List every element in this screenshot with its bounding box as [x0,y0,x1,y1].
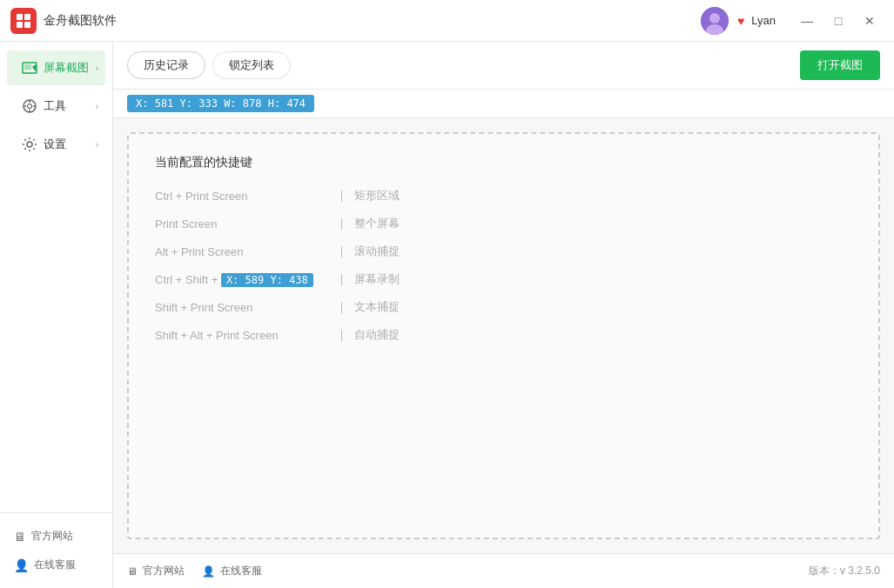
shortcut-highlight: X: 589 Y: 438 [221,273,313,287]
svg-rect-2 [17,22,23,28]
svg-point-10 [28,104,32,109]
footer-monitor-icon: 🖥 [127,565,138,578]
shortcut-sep-2: ｜ [336,244,347,259]
shortcut-item-5: Shift + Alt + Print Screen ｜ 自动捕捉 [155,327,852,343]
sidebar-item-settings[interactable]: 设置 › [7,127,105,162]
shortcut-desc-0: 矩形区域 [354,188,400,204]
shortcut-sep-3: ｜ [336,271,347,287]
official-site-label: 官方网站 [31,529,73,544]
shortcut-panel: 当前配置的快捷键 Ctrl + Print Screen ｜ 矩形区域 Prin… [127,132,880,539]
footer: 🖥 官方网站 👤 在线客服 版本：v 3.2.5.0 [113,553,894,588]
minimize-button[interactable]: — [793,7,821,35]
shortcut-desc-5: 自动捕捉 [354,327,400,343]
shortcut-item-3: Ctrl + Shift + X: 589 Y: 438 ｜ 屏幕录制 [155,271,852,287]
shortcut-sep-4: ｜ [336,299,347,315]
content-area: 历史记录 锁定列表 打开截图 X: 581 Y: 333 W: 878 H: 4… [113,42,894,588]
sidebar: 屏幕截图 › 工具 › [0,42,113,588]
maximize-button[interactable]: □ [824,7,852,35]
svg-rect-8 [24,64,31,70]
shortcut-item-2: Alt + Print Screen ｜ 滚动捕捉 [155,244,852,259]
shortcut-key-3: Ctrl + Shift + X: 589 Y: 438 [155,273,329,286]
shortcut-desc-4: 文本捕捉 [354,299,400,315]
svg-point-5 [709,13,720,23]
close-button[interactable]: ✕ [856,7,884,35]
pinned-button[interactable]: 锁定列表 [212,51,291,79]
shortcut-key-4: Shift + Print Screen [155,301,329,314]
history-button[interactable]: 历史记录 [127,51,205,79]
shortcut-desc-2: 滚动捕捉 [354,244,400,259]
shortcut-key-0: Ctrl + Print Screen [155,190,329,203]
shortcut-item-4: Shift + Print Screen ｜ 文本捕捉 [155,299,852,315]
shortcut-sep-1: ｜ [336,216,347,231]
heart-icon: ♥ [737,14,744,28]
official-site-link[interactable]: 🖥 官方网站 [0,522,112,551]
sidebar-tools-arrow: › [96,102,98,111]
sidebar-settings-label: 设置 [44,137,66,152]
coords-bar: X: 581 Y: 333 W: 878 H: 474 [113,90,894,118]
shortcut-title: 当前配置的快捷键 [155,155,852,170]
shortcut-sep-0: ｜ [336,188,347,204]
toolbar: 历史记录 锁定列表 打开截图 [113,42,894,90]
footer-official-label: 官方网站 [143,564,185,578]
monitor-icon: 🖥 [14,530,26,544]
footer-support-link[interactable]: 👤 在线客服 [202,564,262,578]
open-screenshot-button[interactable]: 打开截图 [800,50,880,80]
app-logo [10,8,37,34]
sidebar-screenshot-arrow: › [96,63,98,73]
svg-rect-3 [24,22,30,28]
support-icon: 👤 [14,558,29,572]
sidebar-item-tools[interactable]: 工具 › [7,89,105,124]
settings-icon [21,136,38,153]
titlebar: 金舟截图软件 ♥ Lyan — □ ✕ [0,0,894,42]
app-title: 金舟截图软件 [44,13,117,29]
shortcut-desc-3: 屏幕录制 [354,271,400,287]
shortcut-sep-5: ｜ [336,327,347,343]
window-controls: — □ ✕ [793,7,884,35]
svg-point-15 [27,142,32,147]
main-layout: 屏幕截图 › 工具 › [0,42,894,588]
shortcut-key-1: Print Screen [155,217,329,231]
online-support-label: 在线客服 [34,558,76,572]
tools-icon [21,97,38,115]
svg-rect-0 [17,14,23,20]
sidebar-tools-label: 工具 [44,98,66,114]
sidebar-footer: 🖥 官方网站 👤 在线客服 [0,512,112,588]
footer-support-icon: 👤 [202,565,215,578]
sidebar-item-screenshot[interactable]: 屏幕截图 › [7,50,105,85]
shortcut-item-1: Print Screen ｜ 整个屏幕 [155,216,852,231]
sidebar-screenshot-label: 屏幕截图 [44,60,89,76]
shortcut-item-0: Ctrl + Print Screen ｜ 矩形区域 [155,188,852,204]
shortcut-key-5: Shift + Alt + Print Screen [155,329,329,342]
screenshot-icon [21,59,38,77]
version-label: 版本：v 3.2.5.0 [809,564,880,578]
username: Lyan [751,14,776,27]
coords-badge: X: 581 Y: 333 W: 878 H: 474 [127,95,314,112]
avatar [701,7,729,35]
shortcut-key-2: Alt + Print Screen [155,245,329,258]
online-support-link[interactable]: 👤 在线客服 [0,551,112,579]
footer-official-link[interactable]: 🖥 官方网站 [127,564,185,578]
shortcut-desc-1: 整个屏幕 [354,216,400,231]
sidebar-settings-arrow: › [96,140,98,150]
svg-rect-1 [24,14,30,20]
footer-support-label: 在线客服 [220,564,262,578]
user-info: ♥ Lyan [701,7,776,35]
